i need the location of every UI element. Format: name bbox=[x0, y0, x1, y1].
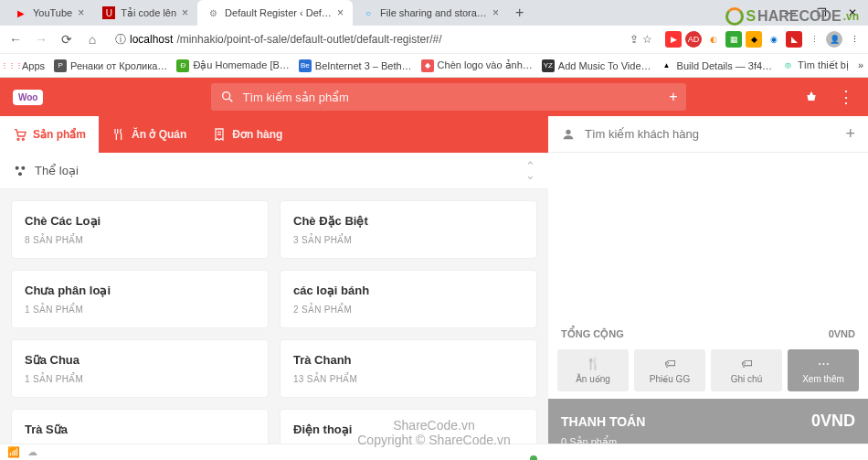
browser-tab-3[interactable]: ○ File sharing and storage made si… × bbox=[353, 0, 508, 26]
url-field[interactable]: ⓘ localhost/minhakio/point-of-sale/defau… bbox=[108, 28, 660, 50]
site-icon: U bbox=[102, 6, 115, 19]
card-count: 1 SẢN PHẨM bbox=[25, 374, 255, 384]
reload-button[interactable]: ⟳ bbox=[57, 29, 77, 49]
bookmark-item[interactable]: ◎Tìm thiết bị bbox=[781, 59, 849, 72]
action-dinein[interactable]: 🍴Ăn uống bbox=[557, 349, 629, 391]
main-tabs: Sản phẩm Ăn ở Quán Đơn hàng bbox=[0, 116, 548, 153]
sort-toggle-icon[interactable]: ⌃⌄ bbox=[525, 162, 535, 178]
new-tab-button[interactable]: + bbox=[508, 5, 531, 21]
card-title: Chưa phân loại bbox=[25, 283, 255, 297]
tab-bar: ▶ YouTube × U Tải code lên × ⚙ Default R… bbox=[0, 0, 868, 26]
woo-logo[interactable]: Woo bbox=[13, 90, 43, 105]
products-panel: Thể loại ⌃⌄ Chè Các Loại8 SẢN PHẨM Chè Đ… bbox=[0, 153, 548, 460]
connection-indicator bbox=[530, 455, 537, 460]
card-title: Chè Các Loại bbox=[25, 214, 255, 228]
bm-label: Ренаки от Кролика… bbox=[70, 60, 167, 71]
ext-icon[interactable]: ◐ bbox=[705, 31, 722, 48]
menu-icon[interactable]: ⋮ bbox=[846, 31, 863, 48]
ext-icon[interactable]: ◣ bbox=[786, 31, 802, 48]
minimize-button[interactable]: — bbox=[775, 2, 806, 24]
forward-button[interactable]: → bbox=[31, 29, 51, 49]
url-path: /minhakio/point-of-sale/default-outlet/d… bbox=[176, 33, 441, 46]
tab-dinein[interactable]: Ăn ở Quán bbox=[99, 116, 199, 153]
avatar-icon[interactable]: 👤 bbox=[826, 31, 842, 48]
browser-tab-0[interactable]: ▶ YouTube × bbox=[5, 0, 93, 26]
action-label: Phiếu GG bbox=[650, 374, 690, 384]
product-search[interactable]: + bbox=[211, 83, 686, 111]
product-search-input[interactable] bbox=[242, 91, 662, 104]
card-count: 8 SẢN PHẨM bbox=[25, 235, 255, 245]
share-icon[interactable]: ⇪ bbox=[630, 33, 639, 46]
card-title: Điện thoại bbox=[293, 423, 524, 436]
category-card[interactable]: các loại bánh2 SẢN PHẨM bbox=[280, 270, 537, 328]
svg-line-1 bbox=[229, 99, 232, 102]
ext-icon[interactable]: ▶ bbox=[665, 31, 682, 48]
ext-adblock-icon[interactable]: AD bbox=[685, 31, 702, 48]
tab-label: Đơn hàng bbox=[232, 128, 282, 141]
bookmark-bar: ⋮⋮⋮Apps PРенаки от Кролика… ĐĐậu Homemad… bbox=[0, 53, 868, 77]
bookmark-item[interactable]: BeBeInternet 3 – Beth… bbox=[299, 59, 412, 72]
bookmark-item[interactable]: YZAdd Music To Vide… bbox=[542, 59, 651, 72]
action-label: Ghi chú bbox=[731, 374, 762, 384]
ext-icon[interactable]: ⋮ bbox=[806, 31, 822, 48]
utensils-icon: 🍴 bbox=[586, 357, 600, 370]
action-note[interactable]: 🏷Ghi chú bbox=[711, 349, 782, 391]
youtube-icon: ▶ bbox=[15, 6, 27, 19]
category-card[interactable]: Chè Đặc Biệt3 SẢN PHẨM bbox=[280, 200, 537, 259]
status-bar: 📶 ☁ bbox=[0, 444, 868, 460]
action-more[interactable]: ⋯Xem thêm bbox=[788, 349, 859, 391]
card-title: Chè Đặc Biệt bbox=[293, 214, 524, 228]
tag-icon: 🏷 bbox=[664, 357, 676, 370]
action-coupon[interactable]: 🏷Phiếu GG bbox=[634, 349, 705, 391]
browser-tab-2[interactable]: ⚙ Default Register ‹ Default Outlet × bbox=[197, 0, 353, 26]
card-count: 3 SẢN PHẨM bbox=[293, 235, 524, 245]
bookmark-overflow[interactable]: » bbox=[858, 59, 863, 72]
app-header: Woo + ⋮ bbox=[0, 78, 868, 116]
extension-icons: ▶ AD ◐ ▦ ◆ ◉ ◣ ⋮ 👤 ⋮ bbox=[665, 31, 863, 48]
back-button[interactable]: ← bbox=[5, 29, 26, 49]
category-card[interactable]: Sữa Chua1 SẢN PHẨM bbox=[11, 339, 269, 398]
tab-products[interactable]: Sản phẩm bbox=[0, 116, 99, 153]
utensils-icon bbox=[111, 127, 126, 142]
category-header[interactable]: Thể loại ⌃⌄ bbox=[0, 153, 548, 189]
bookmark-item[interactable]: ĐĐậu Homemade [B… bbox=[176, 59, 289, 72]
add-product-button[interactable]: + bbox=[669, 89, 677, 105]
browser-tab-1[interactable]: U Tải code lên × bbox=[93, 0, 197, 26]
bookmark-item[interactable]: PРенаки от Кролика… bbox=[54, 59, 167, 72]
ext-icon[interactable]: ▦ bbox=[725, 31, 742, 48]
category-label: Thể loại bbox=[35, 164, 79, 177]
ext-icon[interactable]: ◆ bbox=[746, 31, 762, 48]
add-customer-button[interactable]: + bbox=[845, 124, 855, 144]
close-tab-icon[interactable]: × bbox=[337, 6, 344, 19]
basket-icon[interactable] bbox=[802, 88, 820, 106]
tab-orders[interactable]: Đơn hàng bbox=[199, 116, 295, 153]
category-grid: Chè Các Loại8 SẢN PHẨM Chè Đặc Biệt3 SẢN… bbox=[0, 189, 548, 460]
bm-label: Add Music To Vide… bbox=[558, 60, 651, 71]
url-host: localhost bbox=[130, 33, 173, 46]
card-count: 2 SẢN PHẨM bbox=[293, 305, 524, 315]
more-menu-icon[interactable]: ⋮ bbox=[837, 88, 855, 106]
home-button[interactable]: ⌂ bbox=[82, 29, 102, 49]
restore-button[interactable]: ❐ bbox=[806, 2, 837, 24]
close-tab-icon[interactable]: × bbox=[182, 6, 188, 19]
svg-point-0 bbox=[223, 92, 230, 100]
category-card[interactable]: Chưa phân loại1 SẢN PHẨM bbox=[11, 270, 269, 328]
close-tab-icon[interactable]: × bbox=[492, 6, 499, 19]
wifi-icon: 📶 bbox=[7, 446, 20, 458]
category-card[interactable]: Chè Các Loại8 SẢN PHẨM bbox=[11, 200, 269, 259]
cart-icon bbox=[13, 127, 27, 142]
bookmark-item[interactable]: ◆Chèn logo vào ảnh… bbox=[421, 59, 533, 72]
category-card[interactable]: Trà Chanh13 SẢN PHẨM bbox=[280, 339, 537, 398]
receipt-icon bbox=[212, 127, 227, 142]
ext-icon[interactable]: ◉ bbox=[766, 31, 782, 48]
card-title: Trà Sữa bbox=[25, 423, 255, 436]
customer-search-input[interactable] bbox=[585, 127, 836, 141]
bookmark-item[interactable]: ▲Build Details — 3f4… bbox=[661, 59, 773, 72]
cart-panel: TỔNG CỘNG 0VND 🍴Ăn uống 🏷Phiếu GG 🏷Ghi c… bbox=[548, 153, 868, 460]
customer-search[interactable]: + bbox=[548, 116, 868, 153]
apps-button[interactable]: ⋮⋮⋮Apps bbox=[5, 59, 45, 72]
close-tab-icon[interactable]: × bbox=[78, 6, 84, 19]
close-window-button[interactable]: ✕ bbox=[837, 2, 868, 24]
bookmark-star-icon[interactable]: ☆ bbox=[642, 33, 652, 46]
action-label: Ăn uống bbox=[576, 374, 610, 384]
